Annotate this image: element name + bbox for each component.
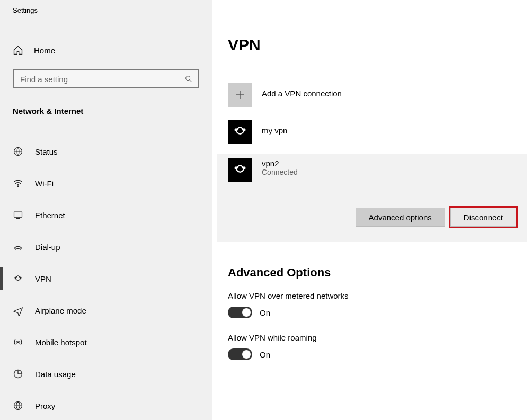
toggle-state: On — [260, 350, 270, 359]
window-title: Settings — [0, 5, 212, 14]
option-label: Allow VPN while roaming — [228, 333, 527, 342]
sidebar-item-datausage[interactable]: Data usage — [0, 358, 212, 390]
vpn-network-icon — [228, 120, 252, 144]
option-roaming: Allow VPN while roaming On — [228, 333, 527, 360]
main-panel: VPN Add a VPN connection my vpn — [212, 0, 532, 420]
svg-point-3 — [17, 186, 19, 187]
svg-point-5 — [15, 277, 16, 278]
option-label: Allow VPN over metered networks — [228, 291, 527, 300]
wifi-icon — [13, 178, 23, 189]
sidebar-item-label: Proxy — [35, 401, 55, 410]
vpn-connection-name: my vpn — [262, 120, 287, 135]
advanced-options-button[interactable]: Advanced options — [356, 208, 445, 227]
advanced-options-heading: Advanced Options — [228, 266, 527, 280]
disconnect-button[interactable]: Disconnect — [450, 208, 516, 227]
svg-point-7 — [17, 342, 19, 343]
vpn-network-icon — [228, 158, 252, 182]
svg-line-1 — [190, 80, 192, 82]
vpn-icon — [13, 273, 23, 284]
sidebar-item-proxy[interactable]: Proxy — [0, 390, 212, 420]
search-icon — [184, 75, 193, 83]
add-vpn-row[interactable]: Add a VPN connection — [217, 76, 527, 113]
search-wrap — [13, 69, 199, 88]
sidebar-item-ethernet[interactable]: Ethernet — [0, 199, 212, 231]
sidebar-item-label: Dial-up — [35, 243, 60, 252]
vpn-connection-row[interactable]: my vpn — [217, 113, 527, 150]
sidebar: Settings Home Network & Internet Status — [0, 0, 212, 420]
home-nav[interactable]: Home — [0, 41, 212, 60]
svg-point-0 — [186, 76, 190, 81]
plus-icon — [228, 83, 252, 107]
vpn-connection-name: vpn2 — [262, 158, 298, 168]
ethernet-icon — [13, 210, 23, 220]
toggle-roaming[interactable] — [228, 348, 252, 360]
toggle-metered[interactable] — [228, 307, 252, 318]
svg-point-15 — [243, 167, 245, 169]
sidebar-item-label: Mobile hotspot — [35, 338, 87, 347]
sidebar-item-label: Data usage — [35, 370, 76, 379]
data-icon — [13, 369, 23, 379]
search-input[interactable] — [19, 74, 184, 84]
sidebar-item-airplane[interactable]: Airplane mode — [0, 294, 212, 326]
sidebar-item-hotspot[interactable]: Mobile hotspot — [0, 326, 212, 358]
toggle-state: On — [260, 308, 270, 317]
option-metered: Allow VPN over metered networks On — [228, 291, 527, 318]
home-icon — [13, 45, 23, 56]
proxy-icon — [13, 400, 23, 411]
vpn-connection-status: Connected — [262, 168, 298, 176]
sidebar-item-dialup[interactable]: Dial-up — [0, 231, 212, 263]
search-box[interactable] — [13, 69, 199, 88]
dialup-icon — [13, 242, 23, 252]
sidebar-item-label: Ethernet — [35, 211, 65, 220]
globe-icon — [13, 146, 23, 157]
sidebar-item-status[interactable]: Status — [0, 136, 212, 167]
home-label: Home — [34, 46, 55, 55]
vpn-connection-row-expanded[interactable]: vpn2 Connected Advanced options Disconne… — [217, 154, 527, 242]
svg-rect-4 — [14, 212, 22, 217]
svg-point-6 — [20, 277, 21, 278]
svg-point-14 — [235, 167, 237, 169]
page-title: VPN — [228, 36, 527, 54]
svg-point-13 — [243, 129, 245, 131]
vpn-actions: Advanced options Disconnect — [228, 208, 516, 227]
sidebar-item-label: Status — [35, 147, 58, 156]
sidebar-nav: Status Wi-Fi Ethernet Dial-up — [0, 136, 212, 420]
hotspot-icon — [13, 337, 23, 347]
svg-point-12 — [235, 129, 237, 131]
sidebar-item-label: Airplane mode — [35, 306, 86, 315]
add-vpn-label: Add a VPN connection — [262, 83, 342, 98]
sidebar-item-label: VPN — [35, 274, 51, 283]
category-heading: Network & Internet — [0, 106, 212, 115]
airplane-icon — [13, 305, 23, 316]
vpn-list: Add a VPN connection my vpn vpn2 Connect… — [217, 76, 527, 242]
sidebar-item-label: Wi-Fi — [35, 179, 54, 188]
sidebar-item-vpn[interactable]: VPN — [0, 263, 212, 294]
sidebar-item-wifi[interactable]: Wi-Fi — [0, 167, 212, 199]
